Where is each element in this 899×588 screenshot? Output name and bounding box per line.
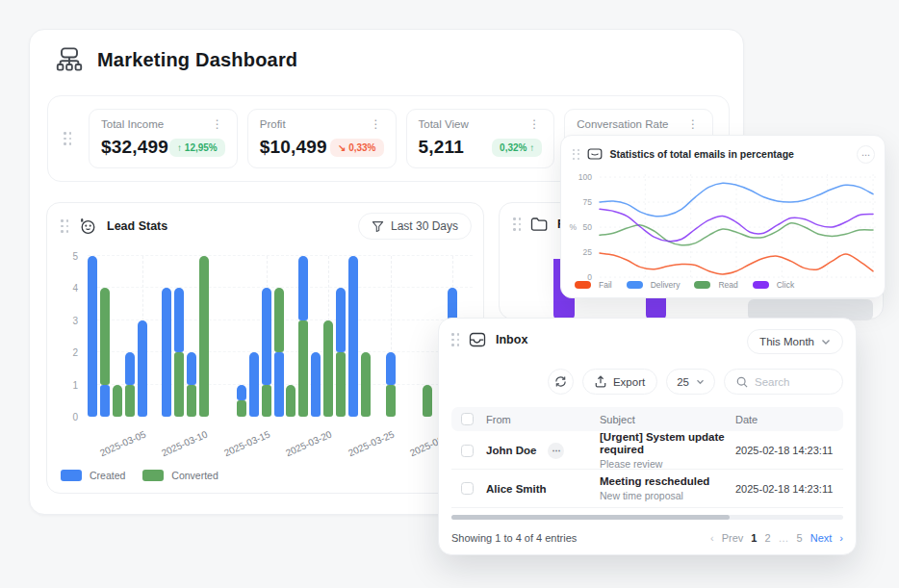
drag-handle-icon[interactable] — [451, 333, 459, 346]
trend-badge: ↑ 12,95% — [169, 139, 225, 157]
bar-segment-created — [237, 385, 246, 401]
drag-handle-icon[interactable] — [61, 219, 68, 233]
kebab-menu-icon[interactable]: ⋮ — [210, 119, 225, 129]
y-tick-label: 5 — [61, 251, 78, 262]
funnel-icon — [372, 220, 384, 233]
pagination-item[interactable]: 1 — [751, 532, 757, 544]
bar-segment-created — [138, 320, 147, 417]
email-stats-title: Statistics of total emails in percentage — [610, 148, 794, 160]
table-row[interactable]: John Doe⋯[Urgent] System update required… — [451, 431, 843, 470]
subject-text: [Urgent] System update required — [600, 431, 735, 456]
stat-value: $32,499 — [101, 137, 168, 158]
x-tick-label: 2025-03-25 — [329, 428, 395, 466]
from-cell: John Doe⋯ — [486, 443, 600, 459]
y-tick-label: 25 — [573, 247, 592, 257]
stat-card-top: Profit⋮ — [260, 118, 384, 130]
page-title: Marketing Dashboard — [97, 49, 297, 71]
pagination-item[interactable]: 5 — [797, 532, 803, 544]
pagination-item[interactable]: › — [839, 532, 843, 544]
stat-label: Total View — [419, 118, 469, 130]
from-cell: Alice Smith — [486, 483, 600, 495]
pagination-item[interactable]: Next — [810, 532, 833, 544]
inbox-icon — [469, 332, 486, 347]
page-size-select[interactable]: 25 — [666, 369, 715, 395]
stat-card: Total View⋮5,2110,32% ↑ — [406, 109, 555, 168]
drag-handle-icon[interactable] — [573, 149, 579, 160]
folder-icon — [530, 217, 548, 232]
kebab-menu-icon[interactable]: ⋮ — [527, 119, 542, 129]
export-button[interactable]: Export — [582, 369, 657, 395]
page-size-value: 25 — [677, 376, 689, 388]
legend-item-fail[interactable]: Fail — [575, 280, 612, 290]
stat-card-bottom: $10,499↘ 0,33% — [260, 137, 384, 158]
legend-label: Created — [90, 470, 125, 481]
subject-preview: Please review — [600, 459, 735, 470]
bar-segment-converted — [125, 385, 135, 417]
search-icon — [736, 376, 748, 388]
legend-label: Delivery — [651, 280, 681, 290]
lead-stats-card: Lead Stats Last 30 Days 012345 2025-03-0… — [46, 202, 484, 494]
row-checkbox[interactable] — [461, 445, 474, 457]
email-line-chart — [596, 172, 877, 280]
stat-card-top: Conversation Rate⋮ — [577, 118, 701, 130]
chevron-down-icon — [821, 339, 831, 345]
dashboard-header: Marketing Dashboard — [54, 45, 297, 74]
pagination-item[interactable]: … — [779, 532, 789, 544]
inbox-title: Inbox — [496, 333, 527, 346]
card-menu-button[interactable]: ⋯ — [857, 145, 875, 164]
inbox-table: From Subject Date John Doe⋯[Urgent] Syst… — [451, 407, 843, 508]
drag-handle-icon[interactable] — [64, 132, 71, 145]
y-tick-label: 75 — [573, 197, 592, 207]
stat-card-top: Total View⋮ — [419, 118, 543, 130]
bar-segment-converted — [100, 288, 110, 384]
date-cell: 2025-02-18 14:23:11 — [735, 445, 843, 456]
row-menu-button[interactable]: ⋯ — [548, 443, 564, 459]
envelope-icon — [587, 147, 603, 161]
email-stats-card: Statistics of total emails in percentage… — [560, 135, 886, 298]
legend-item-read[interactable]: Read — [694, 280, 737, 290]
legend-swatch — [627, 281, 643, 289]
horizontal-scrollbar[interactable] — [451, 515, 843, 520]
legend-item-created[interactable]: Created — [61, 470, 125, 481]
pagination-item[interactable]: 2 — [764, 532, 770, 544]
drag-handle-icon[interactable] — [513, 217, 521, 231]
bar-segment-created — [187, 352, 196, 384]
subject-preview: New time proposal — [600, 491, 735, 501]
bar-segment-converted — [237, 400, 246, 417]
col-header-from: From — [486, 414, 600, 425]
pagination-item[interactable]: ‹ — [710, 532, 714, 544]
x-tick-label: 2025-03-10 — [143, 428, 209, 466]
bar-segment-created — [100, 385, 110, 417]
period-select-label: This Month — [759, 336, 814, 347]
legend-swatch — [142, 470, 164, 481]
date-range-filter-label: Last 30 Days — [391, 219, 458, 233]
table-row[interactable]: Alice SmithMeeting rescheduledNew time p… — [451, 470, 843, 508]
search-input[interactable]: Search — [724, 369, 843, 395]
bar-segment-converted — [174, 352, 184, 417]
kebab-menu-icon[interactable]: ⋮ — [685, 119, 701, 129]
period-select-button[interactable]: This Month — [747, 329, 843, 354]
inbox-card: Inbox This Month Export 25 Search — [438, 318, 857, 555]
export-label: Export — [613, 376, 645, 388]
legend-item-click[interactable]: Click — [753, 280, 794, 290]
bar-segment-converted — [262, 385, 271, 417]
lead-bar-chart — [88, 256, 473, 417]
subject-text: Meeting rescheduled — [600, 475, 735, 488]
refresh-button[interactable] — [548, 369, 574, 395]
legend-item-delivery[interactable]: Delivery — [627, 280, 681, 290]
row-checkbox[interactable] — [461, 482, 474, 495]
refresh-icon — [554, 375, 567, 388]
legend-item-converted[interactable]: Converted — [142, 470, 218, 481]
date-range-filter-button[interactable]: Last 30 Days — [358, 213, 472, 240]
kebab-menu-icon[interactable]: ⋮ — [369, 119, 384, 129]
legend-label: Read — [718, 280, 737, 290]
legend-swatch — [61, 470, 82, 481]
lead-chart-legend: CreatedConverted — [61, 470, 218, 481]
bar-segment-created — [274, 352, 284, 417]
select-all-checkbox[interactable] — [461, 413, 474, 425]
pagination-item[interactable]: Prev — [722, 532, 744, 544]
bar-segment-created — [125, 352, 135, 384]
bar-segment-converted — [423, 385, 432, 417]
table-body: John Doe⋯[Urgent] System update required… — [451, 431, 843, 508]
scrollbar-thumb[interactable] — [451, 515, 730, 520]
